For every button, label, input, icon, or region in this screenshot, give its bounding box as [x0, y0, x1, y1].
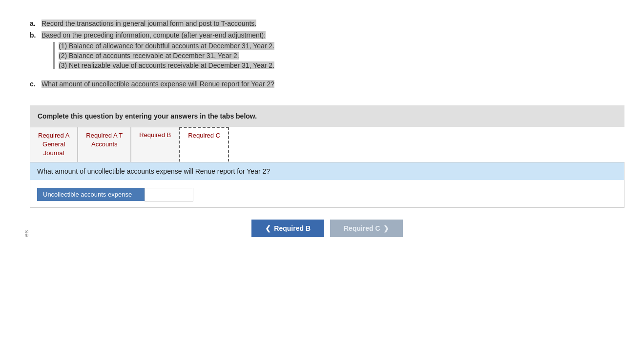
prev-label: Required B [274, 224, 311, 232]
content-header: What amount of uncollectible accounts ex… [30, 162, 624, 180]
sidebar-label: es [20, 10, 30, 237]
tab-req-c[interactable]: Required C [179, 127, 229, 162]
question-c-text: What amount of uncollectible accounts ex… [42, 80, 274, 88]
tabs-container: Required AGeneralJournal Required A TAcc… [30, 127, 624, 162]
tab-req-a-t-accounts[interactable]: Required A TAccounts [78, 127, 131, 162]
instruction-box: Complete this question by entering your … [30, 105, 624, 127]
next-icon: ❯ [383, 224, 389, 232]
next-label: Required C [344, 224, 380, 232]
question-b-text: Based on the preceding information, comp… [42, 31, 266, 39]
prev-button[interactable]: ❮ Required B [251, 220, 324, 237]
question-a-text: Record the transactions in general journ… [42, 20, 256, 27]
sub-item-3: (3) Net realizable value of accounts rec… [59, 61, 274, 69]
uncollectible-expense-input[interactable] [145, 188, 193, 201]
content-area: What amount of uncollectible accounts ex… [30, 162, 624, 208]
tab-req-a-general-journal[interactable]: Required AGeneralJournal [30, 127, 78, 162]
question-b-label: b. [30, 31, 40, 39]
next-button[interactable]: Required C ❯ [330, 220, 403, 237]
question-c-label: c. [30, 80, 40, 88]
prev-icon: ❮ [265, 224, 271, 232]
question-a-label: a. [30, 20, 40, 27]
nav-buttons: ❮ Required B Required C ❯ [30, 220, 624, 237]
sub-item-1: (1) Balance of allowance for doubtful ac… [59, 42, 274, 50]
input-label: Uncollectible accounts expense [37, 188, 145, 201]
tab-req-b[interactable]: Required B [131, 127, 179, 162]
sub-item-2: (2) Balance of accounts receivable at De… [59, 52, 239, 60]
